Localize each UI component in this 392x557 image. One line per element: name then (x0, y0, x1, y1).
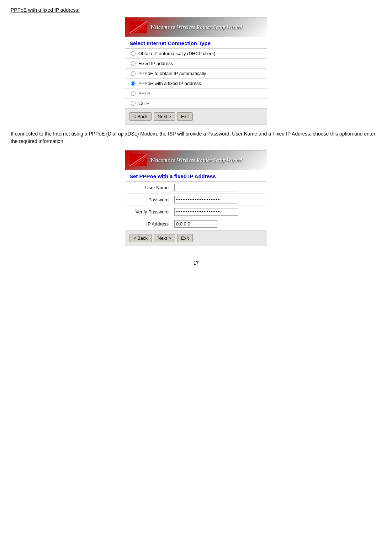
radio-dhcp[interactable] (131, 51, 136, 56)
wizard2-header: Welcome to Wireless Router Setup Wizard (125, 150, 267, 170)
wizard2-form-table: User Name Password Verify Password (125, 182, 267, 230)
wizard1-back-button[interactable]: < Back (129, 112, 152, 121)
radio-fixed-ip[interactable] (131, 61, 136, 66)
username-label: User Name (125, 182, 171, 194)
wizard2-next-button[interactable]: Next > (154, 234, 175, 242)
wizard1-footer: < Back Next > Exit (125, 108, 267, 124)
radio-pppoe-fixed[interactable] (131, 81, 136, 86)
verify-password-cell (171, 206, 267, 218)
password-label: Password (125, 194, 171, 206)
ip-address-cell: 0.0.0.0 (171, 218, 267, 230)
username-input[interactable] (174, 184, 238, 191)
page-number: 17 (11, 260, 381, 266)
page-heading: PPPoE with a fixed IP address: (11, 7, 381, 13)
radio-fixed-ip-label: Fixed IP address (138, 61, 173, 66)
radio-dhcp-label: Obtain IP automatically (DHCP client) (138, 51, 215, 56)
radio-pppoe-fixed-label: PPPoE with a fixed IP address (138, 81, 201, 86)
radio-pppoe-auto[interactable] (131, 71, 136, 76)
radio-pppoe-auto-label: PPPoE to obtain IP automatically (138, 71, 206, 76)
wizard1-header: Welcome to Wireless Router Setup Wizard (125, 17, 267, 37)
wizard2-body: User Name Password Verify Password (125, 182, 267, 230)
form-row-verify-password: Verify Password (125, 206, 267, 218)
wizard-box-1: Welcome to Wireless Router Setup Wizard … (125, 17, 267, 124)
form-row-username: User Name (125, 182, 267, 194)
verify-password-input[interactable] (174, 208, 238, 216)
username-cell (171, 182, 267, 194)
radio-row-dhcp[interactable]: Obtain IP automatically (DHCP client) (125, 49, 267, 59)
radio-pptp-label: PPTP (138, 91, 150, 96)
radio-row-pppoe-auto[interactable]: PPPoE to obtain IP automatically (125, 69, 267, 79)
wizard1-header-title: Welcome to Wireless Router Setup Wizard (150, 24, 242, 30)
wizard2-footer: < Back Next > Exit (125, 230, 267, 246)
wizard2-exit-button[interactable]: Exit (177, 234, 193, 242)
wizard1-section-title: Select Internet Connection Type (125, 37, 267, 49)
radio-row-pptp[interactable]: PPTP (125, 89, 267, 99)
wizard2-header-graphic (129, 154, 147, 166)
wizard1-body: Obtain IP automatically (DHCP client) Fi… (125, 49, 267, 108)
wizard-box-2: Welcome to Wireless Router Setup Wizard … (125, 150, 267, 246)
form-row-password: Password (125, 194, 267, 206)
description-text: If connected to the Internet using a PPP… (11, 130, 381, 145)
wizard1-next-button[interactable]: Next > (154, 112, 175, 121)
form-row-ip-address: IP Address 0.0.0.0 (125, 218, 267, 230)
password-input[interactable] (174, 196, 238, 203)
wizard1-header-graphic (129, 21, 147, 33)
wizard2-back-button[interactable]: < Back (129, 234, 152, 242)
radio-row-fixed-ip[interactable]: Fixed IP address (125, 59, 267, 69)
radio-pptp[interactable] (131, 91, 136, 96)
password-cell (171, 194, 267, 206)
wizard2-header-title: Welcome to Wireless Router Setup Wizard (150, 157, 242, 163)
wizard2-section-title: Set PPPoe with a fixed IP Address (125, 170, 267, 182)
radio-row-l2tp[interactable]: L2TP (125, 99, 267, 108)
wizard1-exit-button[interactable]: Exit (177, 112, 193, 121)
radio-l2tp[interactable] (131, 101, 136, 106)
verify-password-label: Verify Password (125, 206, 171, 218)
ip-address-input[interactable]: 0.0.0.0 (174, 220, 217, 228)
radio-row-pppoe-fixed[interactable]: PPPoE with a fixed IP address (125, 79, 267, 89)
ip-address-label: IP Address (125, 218, 171, 230)
radio-l2tp-label: L2TP (138, 101, 149, 106)
